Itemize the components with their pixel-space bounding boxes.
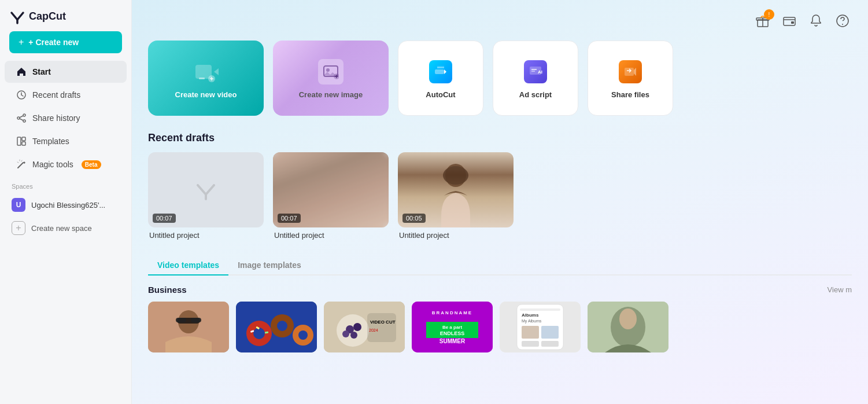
svg-point-72 — [350, 332, 357, 339]
svg-line-49 — [206, 185, 214, 194]
template-thumb-1[interactable] — [148, 302, 229, 352]
plus-icon: + — [19, 37, 24, 47]
svg-text:AI: AI — [538, 69, 542, 75]
svg-marker-28 — [214, 68, 219, 75]
logo[interactable]: CapCut — [0, 0, 131, 29]
autocut-label: AutoCut — [426, 90, 455, 99]
autocut-svg — [434, 65, 448, 79]
bell-icon — [809, 14, 823, 28]
quick-actions-row: Create new video Create new image — [148, 41, 852, 116]
image-card-icon-bg — [318, 59, 343, 85]
template-thumb-6[interactable] — [588, 302, 668, 352]
share-files-card[interactable]: Share files — [588, 41, 673, 116]
svg-text:Albums: Albums — [522, 313, 539, 318]
notification-button[interactable] — [807, 12, 825, 30]
draft-card-2[interactable]: 00:07 Untitled project — [273, 152, 389, 240]
create-new-button[interactable]: + + Create new — [9, 31, 122, 53]
create-space-button[interactable]: + Create new space — [0, 216, 131, 240]
tab-image-templates[interactable]: Image templates — [228, 256, 311, 276]
draft-time-2: 00:07 — [278, 214, 301, 223]
svg-rect-14 — [22, 142, 25, 145]
svg-line-11 — [20, 119, 23, 120]
template-tabs: Video templates Image templates — [148, 256, 852, 276]
svg-line-19 — [17, 162, 19, 163]
template-thumb-2[interactable] — [236, 302, 317, 352]
adscript-card[interactable]: AI Ad script — [493, 41, 578, 116]
svg-line-15 — [18, 163, 23, 168]
template-2-img — [236, 302, 317, 352]
svg-point-73 — [342, 330, 349, 337]
svg-text:My Albums: My Albums — [522, 319, 542, 324]
autocut-card[interactable]: AutoCut — [398, 41, 483, 116]
adscript-svg: AI — [529, 65, 542, 79]
adscript-icon: AI — [524, 60, 547, 83]
svg-rect-12 — [17, 137, 21, 145]
template-4-img: BRANDNAME Be a part ENDLESS SUMMER — [412, 302, 493, 352]
draft-thumb-2: 00:07 — [273, 152, 389, 227]
svg-text:SUMMER: SUMMER — [439, 338, 466, 344]
template-thumb-5[interactable]: Albums My Albums — [500, 302, 581, 352]
sharefiles-icon-container — [616, 58, 644, 86]
create-new-label: + Create new — [28, 38, 79, 47]
create-space-label: Create new space — [31, 224, 92, 233]
template-thumb-3[interactable]: VIDEO CUT 2024 — [324, 302, 405, 352]
view-more-button[interactable]: View m — [828, 285, 852, 294]
svg-rect-38 — [435, 69, 444, 74]
video-icon-container — [192, 58, 220, 86]
create-image-card[interactable]: Create new image — [273, 41, 389, 116]
image-icon-container — [317, 58, 345, 86]
sharefiles-label: Share files — [611, 90, 649, 99]
svg-marker-16 — [23, 161, 25, 164]
svg-point-26 — [842, 24, 843, 25]
svg-line-1 — [12, 13, 17, 20]
sharefiles-icon — [619, 60, 642, 83]
create-image-label: Create new image — [299, 90, 363, 99]
capcut-logo-icon — [9, 8, 25, 24]
sidebar-item-start[interactable]: Start — [5, 61, 127, 83]
space-item-ugochi[interactable]: U Ugochi Blessing625'... — [0, 193, 131, 216]
svg-line-6 — [21, 95, 23, 96]
wallet-button[interactable] — [780, 12, 799, 30]
tab-video-templates[interactable]: Video templates — [148, 256, 228, 276]
svg-rect-91 — [541, 341, 559, 347]
wallet-icon — [782, 14, 796, 28]
svg-point-64 — [298, 330, 308, 340]
draft-time-3: 00:05 — [402, 214, 426, 223]
svg-point-52 — [443, 166, 468, 185]
draft-thumb-1: 00:07 — [148, 152, 264, 227]
recent-drafts-title: Recent drafts — [148, 132, 852, 144]
draft-card-1[interactable]: 00:07 Untitled project — [148, 152, 264, 240]
sidebar-item-share-history[interactable]: Share history — [5, 107, 127, 129]
draft-card-3[interactable]: 00:05 Untitled project — [398, 152, 514, 240]
share-icon — [16, 113, 27, 123]
drafts-row: 00:07 Untitled project 00:07 Untitled pr… — [148, 152, 852, 240]
home-icon — [16, 67, 27, 77]
svg-point-9 — [17, 117, 20, 119]
help-button[interactable] — [833, 12, 852, 30]
main-content: ! — [132, 0, 868, 404]
create-video-card[interactable]: Create new video — [148, 41, 264, 116]
draft-name-2: Untitled project — [273, 231, 389, 240]
template-1-img — [148, 302, 229, 352]
template-thumb-4[interactable]: BRANDNAME Be a part ENDLESS SUMMER — [412, 302, 493, 352]
sidebar-label-recent-drafts: Recent drafts — [32, 90, 80, 100]
gift-button[interactable]: ! — [754, 12, 772, 30]
adscript-label: Ad script — [519, 90, 552, 99]
clock-icon — [16, 90, 27, 100]
sidebar-item-recent-drafts[interactable]: Recent drafts — [5, 84, 127, 106]
sidebar-label-share-history: Share history — [32, 113, 80, 123]
svg-line-48 — [198, 185, 206, 194]
magic-icon — [16, 159, 27, 170]
sidebar-item-templates[interactable]: Templates — [5, 130, 127, 152]
svg-point-94 — [619, 308, 637, 329]
svg-rect-85 — [520, 308, 560, 311]
draft-thumb-3: 00:05 — [398, 152, 514, 227]
sidebar-item-magic-tools[interactable]: Magic tools Beta — [5, 153, 127, 175]
svg-rect-74 — [367, 313, 396, 342]
create-video-label: Create new video — [175, 90, 237, 99]
draft-name-3: Untitled project — [398, 231, 514, 240]
svg-marker-39 — [444, 69, 446, 74]
svg-line-10 — [20, 116, 23, 117]
template-thumbnails-row: VIDEO CUT 2024 BRANDNAME Be a part ENDLE… — [148, 302, 852, 352]
autocut-icon-container — [427, 58, 455, 86]
